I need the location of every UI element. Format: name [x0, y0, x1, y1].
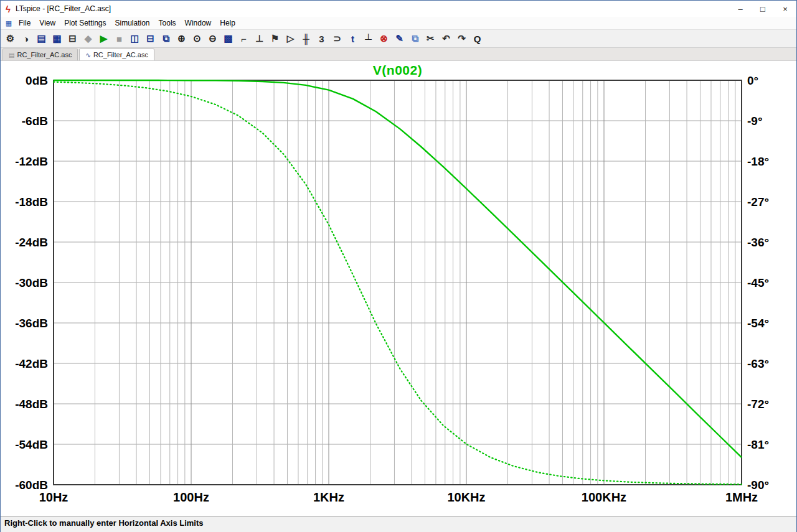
schematic-tab-icon: ▤ [9, 52, 14, 58]
diode-icon[interactable]: ▷ [283, 31, 298, 46]
bode-plot[interactable]: 0dB-6dB-12dB-18dB-24dB-30dB-36dB-42dB-48… [1, 61, 797, 516]
status-bar: Right-Click to manually enter Horizontal… [1, 516, 796, 529]
window-controls: – □ × [729, 1, 796, 17]
y-left-tick-label: -18dB [15, 195, 48, 208]
text-icon[interactable]: t [345, 31, 361, 46]
app-icon: ϟ [1, 4, 16, 14]
x-tick-label: 1KHz [313, 490, 344, 504]
print-icon[interactable]: ⊟ [65, 31, 80, 46]
menu-item-window[interactable]: Window [181, 18, 216, 28]
trace-V(n002)-magnitude-dB [54, 80, 742, 457]
ground-icon[interactable]: ⊥ [252, 31, 267, 46]
minimize-button[interactable]: – [729, 1, 752, 17]
y-right-tick-label: -54° [747, 317, 769, 330]
y-right-tick-label: -36° [747, 236, 769, 249]
inductor-icon[interactable]: 3 [314, 31, 329, 46]
copy-icon[interactable]: ⧉ [407, 31, 423, 46]
horizontal-panes-icon[interactable]: ⊟ [143, 31, 158, 46]
y-left-tick-label: 0dB [26, 74, 48, 87]
tab-label: RC_Filter_AC.asc [17, 51, 72, 58]
component-icon[interactable]: ⊃ [329, 31, 345, 46]
y-left-tick-label: -30dB [15, 276, 48, 289]
y-left-tick-label: -42dB [15, 357, 48, 370]
y-right-tick-label: 0° [747, 74, 758, 87]
vertical-panes-icon[interactable]: ◫ [127, 31, 143, 46]
x-tick-label: 10Hz [39, 490, 68, 504]
zoom-full-extents-icon[interactable]: ⊙ [189, 31, 205, 46]
ltspice-window: ϟ LTspice - [RC_Filter_AC.asc] – □ × ▦ F… [0, 0, 797, 532]
tab-bar: ▤ RC_Filter_AC.asc ∿ RC_Filter_AC.asc [1, 48, 796, 61]
delete-icon[interactable]: ⊗ [376, 31, 392, 46]
capacitor-icon[interactable]: ╫ [298, 31, 314, 46]
undo-icon[interactable]: ↶ [438, 31, 454, 46]
run-icon[interactable]: ▶ [96, 31, 111, 46]
y-right-tick-label: -18° [747, 155, 769, 168]
x-tick-label: 100KHz [582, 490, 626, 504]
toolbar: ⚙◑▤▦⊟◆▶■◫⊟⧉⊕⊙⊖▩⌐⊥⚑▷╫3⊃t┴⊗✎⧉✂↶↷Q [1, 29, 796, 48]
menu-item-plot-settings[interactable]: Plot Settings [60, 18, 110, 28]
settings-gear-icon[interactable]: ⚙ [2, 31, 18, 46]
save-icon[interactable]: ▤ [34, 31, 49, 46]
title-bar: ϟ LTspice - [RC_Filter_AC.asc] – □ × [1, 1, 796, 17]
y-right-tick-label: -27° [747, 195, 769, 208]
zoom-in-icon[interactable]: ⊕ [174, 31, 189, 46]
cascade-windows-icon[interactable]: ⧉ [158, 31, 174, 46]
y-left-tick-label: -60dB [15, 478, 48, 492]
y-right-tick-label: -9° [747, 114, 763, 128]
status-text: Right-Click to manually enter Horizontal… [4, 518, 204, 528]
y-left-tick-label: -24dB [15, 236, 48, 249]
y-right-tick-label: -45° [747, 276, 769, 289]
y-right-tick-label: -81° [747, 438, 769, 451]
menu-item-tools[interactable]: Tools [154, 18, 181, 28]
maximize-button[interactable]: □ [752, 1, 774, 17]
pause-icon[interactable]: ◆ [80, 31, 96, 46]
save-all-icon[interactable]: ▦ [49, 31, 65, 46]
redo-icon[interactable]: ↷ [454, 31, 469, 46]
x-tick-label: 100Hz [173, 490, 209, 504]
y-right-tick-label: -90° [747, 478, 769, 492]
tab-waveform[interactable]: ∿ RC_Filter_AC.asc [79, 49, 154, 60]
label-net-icon[interactable]: ⚑ [267, 31, 283, 46]
waveform-tab-icon: ∿ [85, 52, 90, 58]
y-left-tick-label: -48dB [15, 398, 48, 411]
halt-icon[interactable]: ■ [111, 31, 127, 46]
y-left-tick-label: -36dB [15, 317, 48, 330]
zoom-out-icon[interactable]: ⊖ [205, 31, 220, 46]
window-title: LTspice - [RC_Filter_AC.asc] [16, 4, 111, 13]
menu-item-help[interactable]: Help [215, 18, 240, 28]
menu-item-file[interactable]: File [14, 18, 35, 28]
tab-schematic[interactable]: ▤ RC_Filter_AC.asc [2, 49, 78, 60]
trace-V(n002)-phase-deg [54, 82, 742, 485]
open-file-icon[interactable]: ◑ [18, 31, 34, 46]
y-right-tick-label: -63° [747, 357, 769, 370]
child-window-icon: ▦ [3, 19, 14, 27]
waveform-pane[interactable]: V(n002) 0dB-6dB-12dB-18dB-24dB-30dB-36dB… [1, 61, 796, 516]
search-icon[interactable]: Q [469, 31, 485, 46]
window-frame-strip [1, 529, 796, 532]
menu-item-view[interactable]: View [35, 18, 60, 28]
y-left-tick-label: -54dB [15, 438, 48, 451]
close-button[interactable]: × [774, 1, 796, 17]
y-left-tick-label: -12dB [15, 155, 48, 168]
menu-item-simulation[interactable]: Simulation [111, 18, 154, 28]
x-tick-label: 10KHz [447, 490, 485, 504]
y-right-tick-label: -72° [747, 398, 769, 411]
tab-label: RC_Filter_AC.asc [93, 51, 148, 58]
bus-tap-icon[interactable]: ┴ [361, 31, 376, 46]
menu-bar: ▦ File View Plot Settings Simulation Too… [1, 17, 796, 29]
grid-icon[interactable]: ▩ [220, 31, 236, 46]
edit-pencil-icon[interactable]: ✎ [392, 31, 407, 46]
cut-icon[interactable]: ✂ [423, 31, 438, 46]
x-tick-label: 1MHz [725, 490, 758, 504]
y-left-tick-label: -6dB [22, 114, 48, 128]
wire-icon[interactable]: ⌐ [236, 31, 252, 46]
